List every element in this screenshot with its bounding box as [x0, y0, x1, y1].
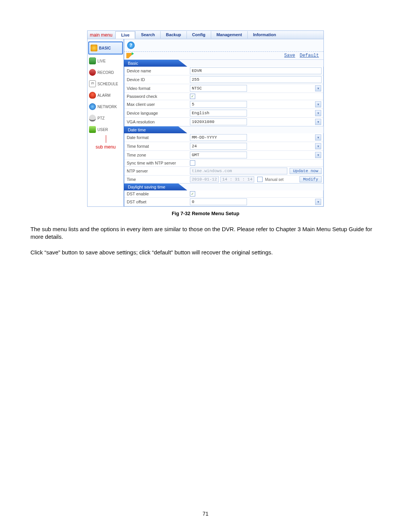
tab-information[interactable]: Information: [247, 31, 282, 38]
monitor-icon: [89, 58, 96, 64]
page-number: 71: [0, 511, 411, 517]
update-now-button[interactable]: Update now: [290, 168, 322, 174]
modify-button[interactable]: Modify: [299, 176, 322, 182]
chevron-down-icon[interactable]: ▾: [315, 199, 321, 205]
sidebar-item-user[interactable]: USER: [88, 124, 124, 135]
label-password-check: Password check: [124, 93, 190, 99]
chevron-down-icon[interactable]: ▾: [315, 85, 321, 91]
tab-backup[interactable]: Backup: [160, 31, 186, 38]
label-ntp-server: NTP server: [124, 168, 190, 174]
tab-search[interactable]: Search: [135, 31, 160, 38]
tab-config[interactable]: Config: [186, 31, 211, 38]
checkbox-password-check[interactable]: ✓: [190, 94, 195, 99]
sidebar-item-live[interactable]: LIVE: [88, 55, 124, 67]
datetime-form: Date format ▾ Time format ▾ Time zone ▾ …: [124, 133, 323, 184]
label-device-id: Device ID: [124, 77, 190, 83]
section-datetime-header: Date time: [124, 126, 187, 133]
basic-form: Device name Device ID Video format ▾ Pas…: [124, 67, 323, 126]
label-dst-enable: DST enable: [124, 191, 190, 197]
edit-icon: [126, 53, 133, 58]
label-ntp-sync: Sync time with NTP server: [124, 160, 190, 166]
chevron-down-icon[interactable]: ▾: [315, 119, 321, 125]
select-video-format[interactable]: [190, 85, 247, 92]
sidebar-item-ptz[interactable]: PTZ: [88, 112, 124, 124]
input-ntp-server[interactable]: [190, 168, 287, 174]
input-device-id[interactable]: [190, 76, 322, 83]
dst-form: DST enable ✓ DST offset ▾: [124, 190, 323, 206]
record-icon: [89, 69, 96, 76]
sidebar-label: SCHEDULE: [97, 82, 118, 86]
camera-icon: [89, 115, 96, 121]
sidebar-label: ALARM: [97, 93, 110, 97]
chevron-down-icon[interactable]: ▾: [315, 101, 321, 107]
calendar-icon: [89, 80, 96, 87]
globe-icon: [89, 103, 96, 110]
gear-icon: [91, 45, 97, 51]
paragraph-2: Click “save” button to save above settin…: [30, 249, 381, 256]
checkbox-manual-set[interactable]: [257, 177, 263, 182]
label-time: Time: [124, 176, 190, 182]
sidebar-item-record[interactable]: RECORD: [88, 67, 124, 78]
input-time[interactable]: 14 : 31 : 14: [220, 176, 254, 182]
user-icon: [89, 126, 96, 133]
figure-caption: Fig 7-32 Remote Menu Setup: [88, 211, 323, 216]
checkbox-ntp-sync[interactable]: [190, 160, 195, 166]
label-time-zone: Time zone: [124, 152, 190, 158]
label-date-format: Date format: [124, 134, 190, 141]
label-max-client: Max client user: [124, 101, 190, 107]
select-max-client[interactable]: [190, 101, 247, 108]
label-video-format: Video format: [124, 85, 190, 91]
default-link[interactable]: Default: [298, 53, 321, 58]
sidebar-label: USER: [97, 128, 108, 132]
sidebar-label: BASIC: [99, 46, 111, 50]
label-dst-offset: DST offset: [124, 199, 190, 205]
input-device-name[interactable]: [190, 67, 322, 74]
select-vga-resolution[interactable]: [190, 118, 247, 125]
sidebar-item-alarm[interactable]: ALARM: [88, 89, 124, 101]
sub-menu-label: sub menu: [88, 135, 124, 150]
sidebar-item-basic[interactable]: BASIC: [88, 42, 123, 54]
dvr-config-window: main menu Live Search Backup Config Mana…: [87, 30, 324, 207]
help-icon[interactable]: ?: [127, 42, 135, 49]
paragraph-1: The sub menu lists and the options in ev…: [30, 225, 381, 241]
label-vga-resolution: VGA resolution: [124, 119, 190, 125]
chevron-down-icon[interactable]: ▾: [315, 134, 321, 141]
chevron-down-icon[interactable]: ▾: [315, 143, 321, 149]
content-area: ? Save Default Basic Device name Device …: [124, 39, 323, 206]
sidebar-item-schedule[interactable]: SCHEDULE: [88, 78, 124, 89]
sidebar-label: LIVE: [97, 59, 106, 63]
tab-management[interactable]: Management: [211, 31, 247, 38]
sidebar-item-network[interactable]: NETWORK: [88, 101, 124, 112]
top-tabs: Live Search Backup Config Management Inf…: [115, 31, 323, 38]
content-toolbar: Save Default: [124, 52, 323, 60]
section-basic-header: Basic: [124, 60, 187, 67]
chevron-down-icon[interactable]: ▾: [315, 152, 321, 158]
main-menu-label: main menu: [88, 32, 115, 38]
sidebar-label: NETWORK: [97, 105, 117, 109]
chevron-down-icon[interactable]: ▾: [315, 110, 321, 116]
checkbox-dst-enable[interactable]: ✓: [190, 191, 195, 197]
section-dst-header: Daylight saving time: [124, 184, 187, 190]
input-date[interactable]: 2010-01-12: [190, 176, 219, 182]
tab-live[interactable]: Live: [115, 31, 135, 39]
sidebar: BASIC LIVE RECORD SCHEDULE ALARM NETWORK…: [88, 39, 124, 206]
save-link[interactable]: Save: [282, 53, 298, 58]
select-device-language[interactable]: [190, 110, 247, 117]
sidebar-label: PTZ: [97, 116, 105, 120]
select-date-format[interactable]: [190, 134, 247, 141]
label-device-name: Device name: [124, 68, 190, 74]
top-bar: main menu Live Search Backup Config Mana…: [88, 31, 323, 39]
select-dst-offset[interactable]: [190, 198, 247, 205]
select-time-zone[interactable]: [190, 152, 247, 158]
sidebar-label: RECORD: [97, 70, 114, 75]
label-time-format: Time format: [124, 143, 190, 149]
select-time-format[interactable]: [190, 143, 247, 150]
label-device-language: Device language: [124, 110, 190, 116]
alarm-icon: [89, 92, 96, 99]
label-manual-set: Manual set: [263, 177, 284, 182]
content-header: ?: [124, 39, 323, 52]
